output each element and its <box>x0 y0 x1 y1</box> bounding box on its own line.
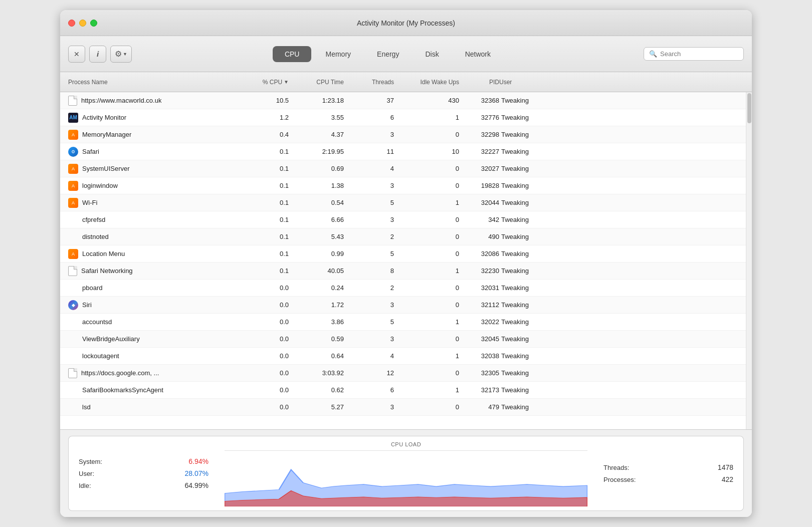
pid-cell: 32027 <box>459 165 499 172</box>
col-header-pid[interactable]: PID <box>459 79 499 86</box>
idle-cell: 0 <box>394 182 459 189</box>
process-name-cell: https://www.macworld.co.uk <box>68 96 239 106</box>
cpu-cell: 0.1 <box>239 199 289 206</box>
gear-button[interactable]: ⚙ ▼ <box>110 46 132 63</box>
idle-cell: 1 <box>394 318 459 326</box>
idle-cell: 0 <box>394 301 459 309</box>
process-name-text: lsd <box>82 403 91 411</box>
col-header-idle-wake[interactable]: Idle Wake Ups <box>394 79 459 86</box>
cputime-cell: 3:03.92 <box>289 369 344 377</box>
idle-cell: 0 <box>394 284 459 292</box>
user-cell: Tweaking <box>501 165 551 172</box>
cpu-cell: 0.0 <box>239 335 289 343</box>
threads-label: Threads: <box>603 464 629 471</box>
user-stat-row: User: 28.07% <box>79 469 209 477</box>
stats-left: System: 6.94% User: 28.07% Idle: 64.99% <box>68 436 219 511</box>
maximize-button[interactable] <box>90 20 97 27</box>
process-list: https://www.macworld.co.uk 10.5 1:23.18 … <box>60 92 746 429</box>
table-row[interactable]: ◆ Siri 0.0 1.72 3 0 32112 Tweaking <box>60 297 746 314</box>
toolbar-left-buttons: ✕ i ⚙ ▼ <box>68 46 132 63</box>
col-header-process-name[interactable]: Process Name <box>68 79 239 86</box>
search-input[interactable] <box>660 50 738 58</box>
cputime-cell: 3.55 <box>289 114 344 121</box>
tab-energy[interactable]: Energy <box>365 46 411 62</box>
threads-cell: 6 <box>344 114 394 121</box>
tab-disk[interactable]: Disk <box>413 46 451 62</box>
generic-icon: A <box>68 164 78 174</box>
table-row[interactable]: distnoted 0.1 5.43 2 0 490 Tweaking <box>60 228 746 245</box>
cputime-cell: 2:19.95 <box>289 148 344 155</box>
user-label: User: <box>79 470 94 477</box>
pid-cell: 32022 <box>459 318 499 326</box>
table-row[interactable]: lockoutagent 0.0 0.64 4 1 32038 Tweaking <box>60 348 746 365</box>
table-row[interactable]: AM Activity Monitor 1.2 3.55 6 1 32776 T… <box>60 109 746 126</box>
cputime-cell: 40.05 <box>289 267 344 275</box>
close-x-button[interactable]: ✕ <box>68 46 85 63</box>
pid-cell: 32086 <box>459 250 499 257</box>
table-row[interactable]: A Wi-Fi 0.1 0.54 5 1 32044 Tweaking <box>60 194 746 211</box>
info-button[interactable]: i <box>89 46 106 63</box>
threads-value: 1478 <box>718 463 733 471</box>
user-cell: Tweaking <box>501 114 551 121</box>
close-button[interactable] <box>68 20 75 27</box>
table-row[interactable]: lsd 0.0 5.27 3 0 479 Tweaking <box>60 399 746 416</box>
table-row[interactable]: A loginwindow 0.1 1.38 3 0 19828 Tweakin… <box>60 177 746 194</box>
idle-cell: 0 <box>394 165 459 172</box>
user-cell: Tweaking <box>501 386 551 394</box>
table-row[interactable]: ViewBridgeAuxiliary 0.0 0.59 3 0 32045 T… <box>60 331 746 348</box>
empty-icon <box>68 402 78 412</box>
table-row[interactable]: pboard 0.0 0.24 2 0 32031 Tweaking <box>60 280 746 297</box>
pid-cell: 32044 <box>459 199 499 206</box>
user-cell: Tweaking <box>501 250 551 257</box>
empty-icon <box>68 283 78 293</box>
col-header-cpu[interactable]: % CPU ▼ <box>239 79 289 86</box>
toolbar: ✕ i ⚙ ▼ CPU Memory Energy Disk Network 🔍 <box>60 36 752 72</box>
pid-cell: 479 <box>459 403 499 411</box>
process-name-text: Siri <box>82 301 92 309</box>
process-name-text: lockoutagent <box>82 352 119 360</box>
pid-cell: 490 <box>459 233 499 240</box>
tab-network[interactable]: Network <box>453 46 503 62</box>
process-name-text: https://www.macworld.co.uk <box>81 97 161 104</box>
titlebar: Activity Monitor (My Processes) <box>60 10 752 36</box>
table-row[interactable]: accountsd 0.0 3.86 5 1 32022 Tweaking <box>60 314 746 331</box>
idle-cell: 1 <box>394 386 459 394</box>
process-name-cell: lsd <box>68 402 239 412</box>
idle-cell: 1 <box>394 352 459 360</box>
cputime-cell: 0.59 <box>289 335 344 343</box>
table-row[interactable]: ⚙ Safari 0.1 2:19.95 11 10 32227 Tweakin… <box>60 143 746 160</box>
table-row[interactable]: A SystemUIServer 0.1 0.69 4 0 32027 Twea… <box>60 160 746 177</box>
cpu-cell: 0.0 <box>239 403 289 411</box>
chart-title: CPU LOAD <box>391 441 421 447</box>
col-header-threads[interactable]: Threads <box>344 79 394 86</box>
user-cell: Tweaking <box>501 301 551 309</box>
table-row[interactable]: A MemoryManager 0.4 4.37 3 0 32298 Tweak… <box>60 126 746 143</box>
table-row[interactable]: cfprefsd 0.1 6.66 3 0 342 Tweaking <box>60 211 746 228</box>
empty-icon <box>68 317 78 327</box>
threads-cell: 4 <box>344 165 394 172</box>
scrollbar[interactable] <box>746 92 752 429</box>
process-name-text: loginwindow <box>82 182 118 189</box>
chart-divider <box>225 450 587 451</box>
idle-cell: 0 <box>394 403 459 411</box>
table-row[interactable]: A Location Menu 0.1 0.99 5 0 32086 Tweak… <box>60 245 746 262</box>
table-row[interactable]: Safari Networking 0.1 40.05 8 1 32230 Tw… <box>60 262 746 280</box>
minimize-button[interactable] <box>79 20 86 27</box>
user-cell: Tweaking <box>501 233 551 240</box>
threads-cell: 3 <box>344 403 394 411</box>
col-header-cpu-time[interactable]: CPU Time <box>289 79 344 86</box>
idle-cell: 0 <box>394 250 459 257</box>
tab-cpu[interactable]: CPU <box>273 46 312 62</box>
tab-memory[interactable]: Memory <box>313 46 363 62</box>
threads-cell: 5 <box>344 250 394 257</box>
idle-cell: 430 <box>394 97 459 104</box>
table-row[interactable]: https://www.macworld.co.uk 10.5 1:23.18 … <box>60 92 746 109</box>
scrollbar-thumb[interactable] <box>747 93 751 123</box>
table-row[interactable]: SafariBookmarksSyncAgent 0.0 0.62 6 1 32… <box>60 382 746 399</box>
threads-cell: 3 <box>344 301 394 309</box>
table-row[interactable]: https://docs.google.com, ... 0.0 3:03.92… <box>60 365 746 382</box>
search-box[interactable]: 🔍 <box>644 47 744 61</box>
col-header-user[interactable]: User <box>499 79 549 86</box>
idle-stat-row: Idle: 64.99% <box>79 481 209 489</box>
cpu-cell: 0.1 <box>239 250 289 257</box>
